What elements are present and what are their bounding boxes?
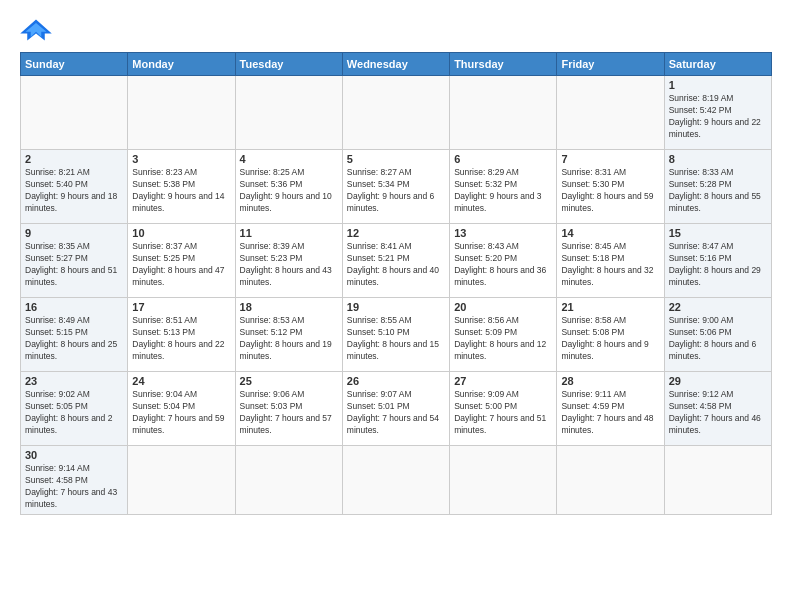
table-row: 18Sunrise: 8:53 AMSunset: 5:12 PMDayligh… [235, 298, 342, 372]
cell-sun-info: Sunrise: 8:51 AMSunset: 5:13 PMDaylight:… [132, 315, 230, 363]
cell-sun-info: Sunrise: 8:27 AMSunset: 5:34 PMDaylight:… [347, 167, 445, 215]
table-row [128, 446, 235, 515]
calendar-row: 2Sunrise: 8:21 AMSunset: 5:40 PMDaylight… [21, 150, 772, 224]
logo [20, 16, 56, 44]
cell-sun-info: Sunrise: 9:02 AMSunset: 5:05 PMDaylight:… [25, 389, 123, 437]
cell-sun-info: Sunrise: 8:31 AMSunset: 5:30 PMDaylight:… [561, 167, 659, 215]
table-row: 11Sunrise: 8:39 AMSunset: 5:23 PMDayligh… [235, 224, 342, 298]
day-number: 20 [454, 301, 552, 313]
day-number: 23 [25, 375, 123, 387]
day-number: 5 [347, 153, 445, 165]
day-number: 24 [132, 375, 230, 387]
day-number: 27 [454, 375, 552, 387]
weekday-header-row: Sunday Monday Tuesday Wednesday Thursday… [21, 53, 772, 76]
day-number: 11 [240, 227, 338, 239]
calendar: Sunday Monday Tuesday Wednesday Thursday… [20, 52, 772, 515]
cell-sun-info: Sunrise: 8:39 AMSunset: 5:23 PMDaylight:… [240, 241, 338, 289]
table-row: 28Sunrise: 9:11 AMSunset: 4:59 PMDayligh… [557, 372, 664, 446]
cell-sun-info: Sunrise: 8:21 AMSunset: 5:40 PMDaylight:… [25, 167, 123, 215]
calendar-row: 1Sunrise: 8:19 AMSunset: 5:42 PMDaylight… [21, 76, 772, 150]
table-row [450, 446, 557, 515]
day-number: 1 [669, 79, 767, 91]
table-row [450, 76, 557, 150]
cell-sun-info: Sunrise: 9:04 AMSunset: 5:04 PMDaylight:… [132, 389, 230, 437]
table-row: 22Sunrise: 9:00 AMSunset: 5:06 PMDayligh… [664, 298, 771, 372]
cell-sun-info: Sunrise: 9:14 AMSunset: 4:58 PMDaylight:… [25, 463, 123, 511]
cell-sun-info: Sunrise: 8:43 AMSunset: 5:20 PMDaylight:… [454, 241, 552, 289]
day-number: 28 [561, 375, 659, 387]
calendar-row: 23Sunrise: 9:02 AMSunset: 5:05 PMDayligh… [21, 372, 772, 446]
table-row: 26Sunrise: 9:07 AMSunset: 5:01 PMDayligh… [342, 372, 449, 446]
calendar-row: 30Sunrise: 9:14 AMSunset: 4:58 PMDayligh… [21, 446, 772, 515]
logo-icon [20, 16, 52, 44]
table-row: 8Sunrise: 8:33 AMSunset: 5:28 PMDaylight… [664, 150, 771, 224]
day-number: 3 [132, 153, 230, 165]
day-number: 4 [240, 153, 338, 165]
table-row: 12Sunrise: 8:41 AMSunset: 5:21 PMDayligh… [342, 224, 449, 298]
calendar-row: 9Sunrise: 8:35 AMSunset: 5:27 PMDaylight… [21, 224, 772, 298]
cell-sun-info: Sunrise: 9:12 AMSunset: 4:58 PMDaylight:… [669, 389, 767, 437]
table-row: 16Sunrise: 8:49 AMSunset: 5:15 PMDayligh… [21, 298, 128, 372]
day-number: 22 [669, 301, 767, 313]
cell-sun-info: Sunrise: 9:07 AMSunset: 5:01 PMDaylight:… [347, 389, 445, 437]
table-row: 1Sunrise: 8:19 AMSunset: 5:42 PMDaylight… [664, 76, 771, 150]
table-row: 27Sunrise: 9:09 AMSunset: 5:00 PMDayligh… [450, 372, 557, 446]
day-number: 15 [669, 227, 767, 239]
day-number: 14 [561, 227, 659, 239]
table-row: 29Sunrise: 9:12 AMSunset: 4:58 PMDayligh… [664, 372, 771, 446]
cell-sun-info: Sunrise: 8:47 AMSunset: 5:16 PMDaylight:… [669, 241, 767, 289]
header-monday: Monday [128, 53, 235, 76]
table-row [235, 76, 342, 150]
cell-sun-info: Sunrise: 8:29 AMSunset: 5:32 PMDaylight:… [454, 167, 552, 215]
day-number: 17 [132, 301, 230, 313]
cell-sun-info: Sunrise: 8:56 AMSunset: 5:09 PMDaylight:… [454, 315, 552, 363]
day-number: 21 [561, 301, 659, 313]
table-row: 4Sunrise: 8:25 AMSunset: 5:36 PMDaylight… [235, 150, 342, 224]
day-number: 29 [669, 375, 767, 387]
table-row: 23Sunrise: 9:02 AMSunset: 5:05 PMDayligh… [21, 372, 128, 446]
table-row [235, 446, 342, 515]
day-number: 6 [454, 153, 552, 165]
header-tuesday: Tuesday [235, 53, 342, 76]
cell-sun-info: Sunrise: 9:00 AMSunset: 5:06 PMDaylight:… [669, 315, 767, 363]
header-sunday: Sunday [21, 53, 128, 76]
cell-sun-info: Sunrise: 8:49 AMSunset: 5:15 PMDaylight:… [25, 315, 123, 363]
table-row: 30Sunrise: 9:14 AMSunset: 4:58 PMDayligh… [21, 446, 128, 515]
day-number: 8 [669, 153, 767, 165]
table-row: 24Sunrise: 9:04 AMSunset: 5:04 PMDayligh… [128, 372, 235, 446]
cell-sun-info: Sunrise: 9:11 AMSunset: 4:59 PMDaylight:… [561, 389, 659, 437]
table-row: 6Sunrise: 8:29 AMSunset: 5:32 PMDaylight… [450, 150, 557, 224]
cell-sun-info: Sunrise: 8:37 AMSunset: 5:25 PMDaylight:… [132, 241, 230, 289]
table-row: 17Sunrise: 8:51 AMSunset: 5:13 PMDayligh… [128, 298, 235, 372]
day-number: 19 [347, 301, 445, 313]
header-saturday: Saturday [664, 53, 771, 76]
table-row: 7Sunrise: 8:31 AMSunset: 5:30 PMDaylight… [557, 150, 664, 224]
table-row: 20Sunrise: 8:56 AMSunset: 5:09 PMDayligh… [450, 298, 557, 372]
day-number: 9 [25, 227, 123, 239]
table-row: 15Sunrise: 8:47 AMSunset: 5:16 PMDayligh… [664, 224, 771, 298]
day-number: 25 [240, 375, 338, 387]
cell-sun-info: Sunrise: 8:55 AMSunset: 5:10 PMDaylight:… [347, 315, 445, 363]
cell-sun-info: Sunrise: 8:45 AMSunset: 5:18 PMDaylight:… [561, 241, 659, 289]
cell-sun-info: Sunrise: 8:33 AMSunset: 5:28 PMDaylight:… [669, 167, 767, 215]
table-row: 3Sunrise: 8:23 AMSunset: 5:38 PMDaylight… [128, 150, 235, 224]
table-row [342, 446, 449, 515]
cell-sun-info: Sunrise: 8:41 AMSunset: 5:21 PMDaylight:… [347, 241, 445, 289]
day-number: 2 [25, 153, 123, 165]
cell-sun-info: Sunrise: 8:19 AMSunset: 5:42 PMDaylight:… [669, 93, 767, 141]
cell-sun-info: Sunrise: 9:06 AMSunset: 5:03 PMDaylight:… [240, 389, 338, 437]
cell-sun-info: Sunrise: 8:23 AMSunset: 5:38 PMDaylight:… [132, 167, 230, 215]
table-row: 19Sunrise: 8:55 AMSunset: 5:10 PMDayligh… [342, 298, 449, 372]
cell-sun-info: Sunrise: 9:09 AMSunset: 5:00 PMDaylight:… [454, 389, 552, 437]
table-row: 25Sunrise: 9:06 AMSunset: 5:03 PMDayligh… [235, 372, 342, 446]
table-row: 5Sunrise: 8:27 AMSunset: 5:34 PMDaylight… [342, 150, 449, 224]
day-number: 13 [454, 227, 552, 239]
table-row [21, 76, 128, 150]
cell-sun-info: Sunrise: 8:35 AMSunset: 5:27 PMDaylight:… [25, 241, 123, 289]
table-row [557, 446, 664, 515]
table-row [664, 446, 771, 515]
header-friday: Friday [557, 53, 664, 76]
table-row: 13Sunrise: 8:43 AMSunset: 5:20 PMDayligh… [450, 224, 557, 298]
header [20, 16, 772, 44]
day-number: 26 [347, 375, 445, 387]
